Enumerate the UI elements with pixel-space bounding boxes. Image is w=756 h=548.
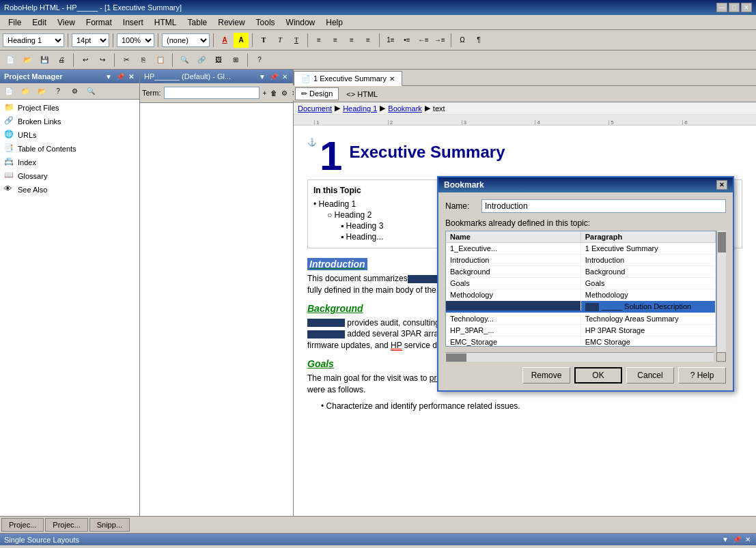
term-input[interactable] [164, 87, 260, 99]
align-right-button[interactable]: ≡ [344, 33, 359, 48]
numberedlist-button[interactable]: 1≡ [383, 33, 398, 48]
style2-dropdown[interactable]: (none) [162, 33, 210, 47]
breadcrumb-document[interactable]: Document [298, 104, 332, 113]
tree-item-urls[interactable]: 🌐 URLs [1, 128, 138, 142]
panel-pin-btn[interactable]: 📌 [115, 73, 126, 81]
source-header-btns[interactable]: ▼ 📌 ✕ [720, 536, 752, 543]
align-justify-button[interactable]: ≡ [361, 33, 376, 48]
source-pin-btn[interactable]: 📌 [731, 536, 742, 543]
find-button[interactable]: 🔍 [177, 53, 192, 68]
panel-header-buttons[interactable]: ▼ 📌 ✕ [104, 73, 135, 81]
list-row-7[interactable]: HP_3PAR_... HP 3PAR Storage [446, 325, 716, 336]
term-properties-btn[interactable]: ⚙ [281, 85, 288, 100]
tree-item-project-files[interactable]: 📁 Project Files [1, 101, 138, 115]
underline-button[interactable]: T [289, 33, 304, 48]
tree-item-glossary[interactable]: 📖 Glossary [1, 169, 138, 183]
menu-file[interactable]: File [3, 16, 27, 29]
dialog-vertical-scrollbar[interactable] [716, 231, 726, 352]
tree-item-toc[interactable]: 📑 Table of Contents [1, 142, 138, 156]
remove-button[interactable]: Remove [522, 367, 570, 384]
dialog-listbox[interactable]: Name Paragraph 1_Executive... 1 Executiv… [445, 231, 716, 347]
highlight-button[interactable]: A [234, 33, 249, 48]
list-row-5[interactable]: _____ Solution Description [446, 301, 716, 313]
bottom-tab-snippets[interactable]: Snipp... [89, 518, 130, 532]
align-center-button[interactable]: ≡ [328, 33, 343, 48]
minimize-button[interactable]: — [716, 3, 727, 12]
bottom-tab-project2[interactable]: Projec... [45, 518, 87, 532]
redo-button[interactable]: ↪ [95, 53, 110, 68]
list-row-2[interactable]: Background Background [446, 266, 716, 278]
menu-table[interactable]: Table [182, 16, 213, 29]
list-row-3[interactable]: Goals Goals [446, 278, 716, 289]
copy-button[interactable]: ⎘ [136, 53, 151, 68]
style-dropdown[interactable]: Heading 1 [3, 33, 64, 47]
menu-html[interactable]: HTML [149, 16, 182, 29]
image-button[interactable]: 🖼 [211, 53, 226, 68]
bold-button[interactable]: T [256, 33, 271, 48]
cancel-button[interactable]: Cancel [626, 367, 674, 384]
list-row-6[interactable]: Technology... Technology Areas Summary [446, 313, 716, 325]
open-topic-btn[interactable]: 📂 [34, 84, 49, 99]
open-button[interactable]: 📂 [20, 53, 35, 68]
new-button[interactable]: 📄 [3, 53, 18, 68]
tab-close-btn[interactable]: ✕ [389, 75, 395, 83]
menu-help[interactable]: Help [320, 16, 348, 29]
middle-panel-buttons[interactable]: ▼ 📌 ✕ [257, 73, 289, 81]
table-button[interactable]: ⊞ [228, 53, 243, 68]
list-row-1[interactable]: Introduction Introduction [446, 255, 716, 266]
tree-item-see-also[interactable]: 👁 See Also [1, 183, 138, 197]
close-button[interactable]: ✕ [741, 3, 752, 12]
design-view-button[interactable]: ✏ Design [295, 87, 339, 100]
properties-btn[interactable]: ⚙ [67, 84, 82, 99]
font-color-button[interactable]: A [217, 33, 232, 48]
menu-review[interactable]: Review [212, 16, 250, 29]
menu-format[interactable]: Format [81, 16, 117, 29]
tree-item-broken-links[interactable]: 🔗 Broken Links [1, 115, 138, 128]
panel-close-btn[interactable]: ✕ [127, 73, 135, 81]
new-topic-btn[interactable]: 📄 [1, 84, 16, 99]
dialog-horizontal-scrollbar[interactable] [445, 352, 714, 362]
middle-pin-btn[interactable]: 📌 [268, 73, 279, 81]
breadcrumb-bookmark[interactable]: Bookmark [388, 104, 422, 113]
ok-button[interactable]: OK [574, 367, 622, 384]
help2-button[interactable]: ? [252, 53, 267, 68]
menu-insert[interactable]: Insert [117, 16, 149, 29]
source-close-btn[interactable]: ✕ [744, 536, 752, 543]
undo-button[interactable]: ↩ [78, 53, 93, 68]
print-button[interactable]: 🖨 [54, 53, 69, 68]
help-topic-btn[interactable]: ? [51, 84, 66, 99]
middle-close-btn[interactable]: ✕ [281, 73, 289, 81]
menu-view[interactable]: View [52, 16, 81, 29]
cut-button[interactable]: ✂ [119, 53, 134, 68]
paste-button[interactable]: 📋 [153, 53, 168, 68]
bulletlist-button[interactable]: •≡ [400, 33, 415, 48]
html-view-button[interactable]: <> HTML [340, 87, 384, 100]
align-left-button[interactable]: ≡ [311, 33, 326, 48]
term-delete-btn[interactable]: 🗑 [270, 85, 278, 100]
source-dropdown-btn[interactable]: ▼ [720, 536, 730, 543]
outdent-button[interactable]: ←≡ [416, 33, 431, 48]
title-bar-buttons[interactable]: — □ ✕ [716, 3, 752, 12]
dialog-name-input[interactable] [481, 199, 726, 213]
middle-dropdown-btn[interactable]: ▼ [257, 73, 267, 81]
save-button[interactable]: 💾 [37, 53, 52, 68]
help-button[interactable]: ? Help [678, 367, 726, 384]
term-add-btn[interactable]: + [262, 85, 268, 100]
menu-tools[interactable]: Tools [251, 16, 281, 29]
new-folder-btn[interactable]: 📁 [18, 84, 33, 99]
bottom-tab-project1[interactable]: Projec... [1, 518, 44, 532]
list-row-4[interactable]: Methodology Methodology [446, 289, 716, 301]
zoom-dropdown[interactable]: 100% [117, 33, 154, 47]
paragraph-marks-button[interactable]: ¶ [471, 33, 486, 48]
menu-window[interactable]: Window [281, 16, 321, 29]
tab-executive-summary[interactable]: 📄 1 Executive Summary ✕ [294, 71, 402, 86]
breadcrumb-heading1[interactable]: Heading 1 [343, 104, 377, 113]
italic-button[interactable]: T [272, 33, 288, 48]
hyperlink-button[interactable]: 🔗 [194, 53, 209, 68]
list-row-0[interactable]: 1_Executive... 1 Executive Summary [446, 243, 716, 255]
menu-edit[interactable]: Edit [27, 16, 52, 29]
search-btn[interactable]: 🔍 [83, 84, 98, 99]
panel-dropdown-btn[interactable]: ▼ [104, 73, 113, 81]
indent-button[interactable]: →≡ [432, 33, 447, 48]
special-char-button[interactable]: Ω [455, 33, 470, 48]
